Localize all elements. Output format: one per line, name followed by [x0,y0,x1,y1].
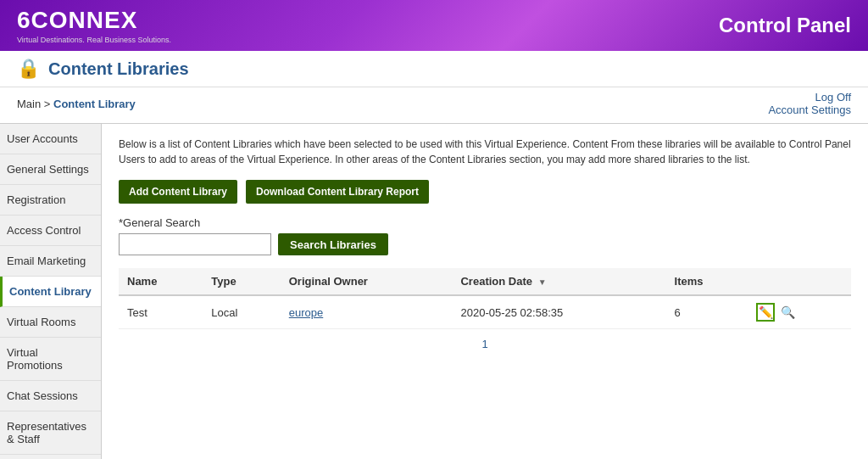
data-table: Name Type Original Owner Creation Date ▼… [119,268,851,329]
breadcrumb-separator: > [44,98,53,110]
sidebar: User Accounts General Settings Registrat… [0,124,102,459]
breadcrumb: Main > Content Library [17,98,136,110]
sidebar-item-virtual-promotions[interactable]: Virtual Promotions [0,338,101,381]
col-type: Type [203,268,280,295]
col-items: Items [666,268,748,295]
view-icon[interactable]: 🔍 [778,303,797,322]
sidebar-item-general-settings[interactable]: General Settings [0,154,101,185]
logo-text: 6CONNEX [17,7,171,34]
header: 6CONNEX Virtual Destinations. Real Busin… [0,0,868,51]
page-1-link[interactable]: 1 [481,338,487,350]
search-section: *General Search Search Libraries [119,216,851,255]
main-layout: User Accounts General Settings Registrat… [0,124,868,459]
header-title: Control Panel [719,14,851,37]
cell-name: Test [119,295,203,329]
add-content-library-button[interactable]: Add Content Library [119,180,237,204]
pagination: 1 [119,329,851,359]
cell-owner: europe [281,295,453,329]
col-name: Name [119,268,203,295]
sidebar-item-access-control[interactable]: Access Control [0,216,101,246]
sidebar-item-virtual-rooms[interactable]: Virtual Rooms [0,307,101,338]
col-actions [748,268,851,295]
table-row: Test Local europe 2020-05-25 02:58:35 6 … [119,295,851,329]
breadcrumb-main[interactable]: Main [17,98,41,110]
sidebar-item-preview[interactable]: Preview [0,455,101,459]
logo-area: 6CONNEX Virtual Destinations. Real Busin… [17,7,171,45]
page-title: Content Libraries [48,59,189,79]
sub-header: 🔒 Content Libraries [0,51,868,87]
breadcrumb-current[interactable]: Content Library [53,98,136,110]
search-input[interactable] [119,233,271,255]
col-creation-date[interactable]: Creation Date ▼ [452,268,665,295]
download-report-button[interactable]: Download Content Library Report [246,180,429,204]
table-header-row: Name Type Original Owner Creation Date ▼… [119,268,851,295]
action-buttons: Add Content Library Download Content Lib… [119,180,851,204]
search-libraries-button[interactable]: Search Libraries [278,233,388,255]
owner-link[interactable]: europe [289,306,323,319]
breadcrumb-bar: Main > Content Library Log Off Account S… [0,87,868,124]
sort-arrow-icon: ▼ [538,277,547,287]
account-settings-link[interactable]: Account Settings [768,104,851,116]
logo-block: 6CONNEX Virtual Destinations. Real Busin… [17,7,171,45]
sidebar-item-user-accounts[interactable]: User Accounts [0,124,101,154]
sidebar-item-content-library[interactable]: Content Library [0,277,101,307]
cell-actions: ✏️ 🔍 [748,295,851,329]
sidebar-item-registration[interactable]: Registration [0,185,101,216]
lock-icon: 🔒 [17,58,40,80]
top-links: Log Off Account Settings [768,91,851,116]
search-row: Search Libraries [119,233,851,255]
search-label: *General Search [119,216,851,229]
sidebar-item-email-marketing[interactable]: Email Marketing [0,246,101,277]
sidebar-item-representatives-staff[interactable]: Representatives & Staff [0,411,101,455]
sidebar-item-chat-sessions[interactable]: Chat Sessions [0,381,101,411]
logo-subtitle: Virtual Destinations. Real Business Solu… [17,36,171,45]
edit-icon[interactable]: ✏️ [756,303,775,322]
description-text: Below is a list of Content Libraries whi… [119,137,851,167]
cell-type: Local [203,295,280,329]
content-area: Below is a list of Content Libraries whi… [102,124,868,459]
action-icons: ✏️ 🔍 [756,303,843,322]
cell-creation-date: 2020-05-25 02:58:35 [452,295,665,329]
log-off-link[interactable]: Log Off [768,91,851,104]
cell-items: 6 [666,295,748,329]
col-owner: Original Owner [281,268,453,295]
